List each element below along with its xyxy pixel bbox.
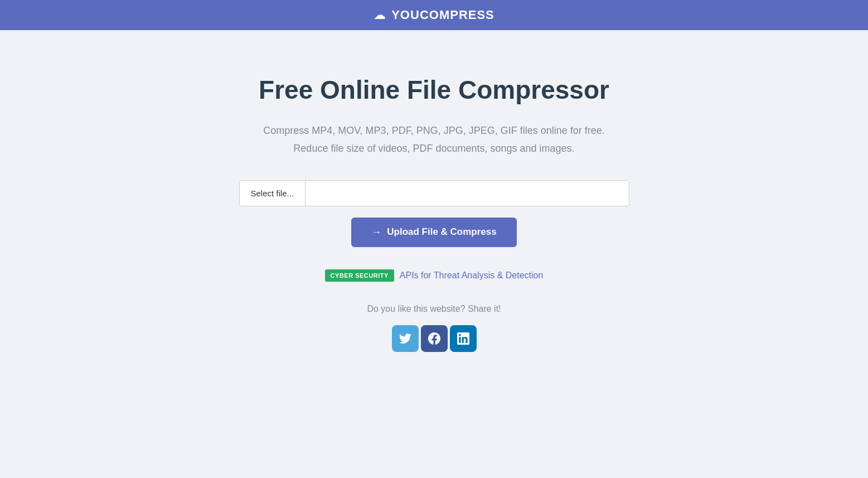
- facebook-icon: [428, 332, 440, 345]
- file-name-display: [306, 181, 628, 206]
- cyber-security-row: CYBER SECURITY APIs for Threat Analysis …: [325, 269, 544, 282]
- subtitle-line1: Compress MP4, MOV, MP3, PDF, PNG, JPG, J…: [263, 125, 605, 136]
- share-text: Do you like this website? Share it!: [367, 304, 501, 314]
- cyber-badge: CYBER SECURITY: [325, 269, 394, 282]
- select-file-button[interactable]: Select file...: [240, 181, 306, 206]
- cloud-icon: ☁: [374, 8, 386, 22]
- site-logo: YOUCOMPRESS: [391, 8, 494, 22]
- twitter-icon: [399, 332, 411, 345]
- upload-compress-button[interactable]: → Upload File & Compress: [351, 218, 516, 247]
- site-header: ☁ YOUCOMPRESS: [0, 0, 868, 30]
- social-icons-row: [392, 325, 477, 352]
- facebook-button[interactable]: [421, 325, 448, 352]
- subtitle: Compress MP4, MOV, MP3, PDF, PNG, JPG, J…: [263, 122, 605, 158]
- subtitle-line2: Reduce file size of videos, PDF document…: [293, 143, 574, 154]
- cyber-link[interactable]: APIs for Threat Analysis & Detection: [400, 271, 544, 281]
- arrow-icon: →: [371, 226, 381, 238]
- twitter-button[interactable]: [392, 325, 419, 352]
- file-input-row: Select file...: [239, 180, 629, 206]
- upload-button-label: Upload File & Compress: [387, 226, 496, 238]
- logo-compress: COMPRESS: [420, 8, 494, 22]
- logo-you: YOU: [391, 8, 420, 22]
- page-title: Free Online File Compressor: [259, 75, 609, 105]
- main-content: Free Online File Compressor Compress MP4…: [0, 30, 868, 374]
- linkedin-button[interactable]: [450, 325, 477, 352]
- linkedin-icon: [457, 332, 469, 345]
